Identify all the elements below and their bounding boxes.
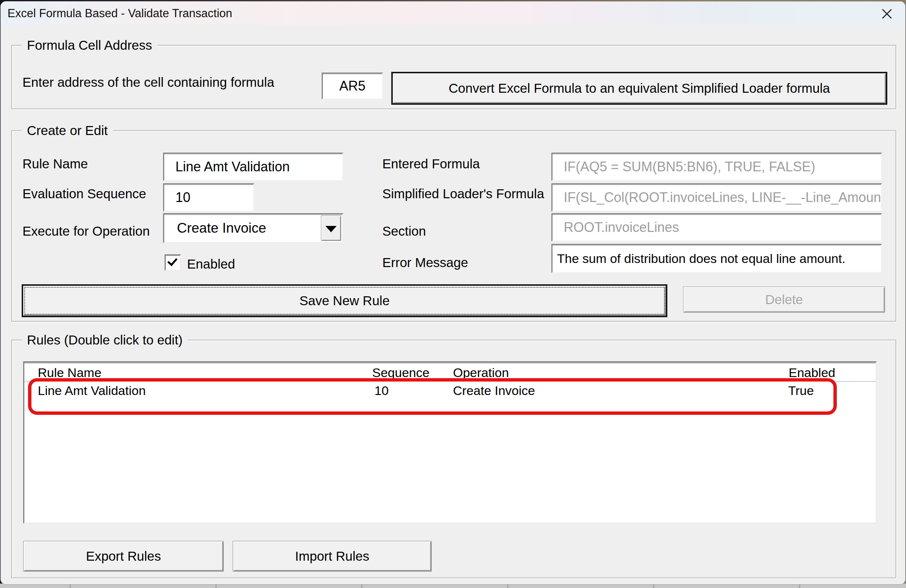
import-rules-button[interactable]: Import Rules: [233, 541, 432, 572]
formula-cell-address-legend: Formula Cell Address: [22, 37, 158, 54]
entered-formula-label: Entered Formula: [382, 156, 480, 171]
rule-name-input[interactable]: Line Amt Validation: [163, 153, 343, 181]
enabled-checkbox[interactable]: [164, 254, 181, 271]
error-message-label: Error Message: [382, 255, 468, 270]
cell-address-label: Enter address of the cell containing for…: [22, 75, 274, 90]
column-header-rule-name: Rule Name: [38, 365, 101, 380]
row-enabled: True: [788, 383, 814, 398]
validate-transaction-dialog: Excel Formula Based - Validate Transacti…: [1, 2, 905, 584]
dropdown-button[interactable]: [321, 215, 341, 241]
cell-address-value: AR5: [339, 78, 365, 94]
cell-address-input[interactable]: AR5: [322, 73, 383, 99]
close-button[interactable]: [879, 6, 895, 22]
create-or-edit-group: Create or Edit Rule Name Line Amt Valida…: [11, 130, 896, 322]
row-sequence: 10: [375, 383, 389, 398]
delete-button[interactable]: Delete: [683, 287, 885, 313]
entered-formula-value: IF(AQ5 = SUM(BN5:BN6), TRUE, FALSE): [552, 159, 815, 175]
column-header-sequence: Sequence: [372, 365, 429, 380]
checkmark-icon: [167, 256, 177, 266]
row-operation: Create Invoice: [453, 383, 535, 398]
close-icon: [880, 7, 894, 21]
simplified-formula-input: IF(SL_Col(ROOT.invoiceLines, LINE-__-Lin…: [551, 183, 882, 212]
formula-cell-address-group: Formula Cell Address Enter address of th…: [11, 45, 896, 109]
simplified-formula-value: IF(SL_Col(ROOT.invoiceLines, LINE-__-Lin…: [552, 190, 882, 206]
rules-group: Rules (Double click to edit) Rule Name S…: [11, 339, 896, 578]
section-input: ROOT.invoiceLines: [551, 213, 882, 242]
error-message-input[interactable]: The sum of distribution does not equal l…: [551, 244, 882, 273]
operation-dropdown-value: Create Invoice: [177, 214, 266, 242]
export-rules-button[interactable]: Export Rules: [23, 541, 224, 572]
highlight-annotation: [28, 378, 837, 415]
execute-for-operation-label: Execute for Operation: [22, 224, 150, 239]
rules-listbox[interactable]: Rule Name Sequence Operation Enabled Lin…: [23, 361, 877, 524]
convert-formula-button[interactable]: Convert Excel Formula to an equivalent S…: [391, 72, 887, 105]
rules-legend: Rules (Double click to edit): [22, 331, 188, 349]
chevron-down-icon: [325, 226, 337, 232]
evaluation-sequence-value: 10: [164, 190, 190, 206]
convert-formula-button-label: Convert Excel Formula to an equivalent S…: [448, 81, 830, 96]
header-separator: [24, 381, 876, 381]
enabled-checkbox-label: Enabled: [187, 257, 235, 272]
export-rules-button-label: Export Rules: [86, 549, 161, 564]
title-bar[interactable]: Excel Formula Based - Validate Transacti…: [1, 2, 905, 25]
column-header-enabled: Enabled: [783, 365, 835, 380]
import-rules-button-label: Import Rules: [295, 549, 369, 564]
error-message-value: The sum of distribution does not equal l…: [552, 251, 845, 266]
section-value: ROOT.invoiceLines: [552, 220, 679, 235]
rule-name-label: Rule Name: [22, 156, 88, 171]
evaluation-sequence-label: Evaluation Sequence: [22, 186, 146, 201]
save-new-rule-button[interactable]: Save New Rule: [22, 284, 667, 317]
delete-button-label: Delete: [765, 292, 803, 307]
create-or-edit-legend: Create or Edit: [22, 122, 113, 139]
window-title: Excel Formula Based - Validate Transacti…: [8, 2, 232, 25]
entered-formula-input: IF(AQ5 = SUM(BN5:BN6), TRUE, FALSE): [551, 153, 882, 181]
section-label: Section: [382, 224, 426, 239]
operation-dropdown[interactable]: Create Invoice: [163, 213, 343, 243]
rule-name-value: Line Amt Validation: [164, 159, 290, 175]
column-header-operation: Operation: [453, 365, 509, 380]
simplified-formula-label: Simplified Loader's Formula: [382, 186, 544, 201]
save-new-rule-button-label: Save New Rule: [299, 293, 389, 308]
row-rule-name: Line Amt Validation: [38, 383, 146, 398]
evaluation-sequence-input[interactable]: 10: [163, 183, 254, 212]
